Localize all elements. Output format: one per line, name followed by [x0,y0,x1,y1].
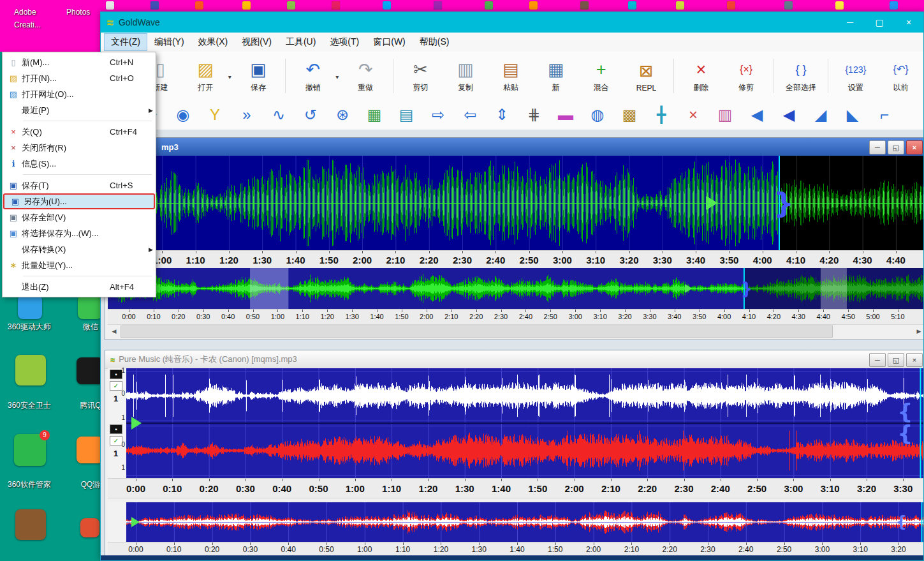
desktop-icon-360-safe[interactable] [15,355,46,385]
minimize-button[interactable]: ─ [835,12,865,33]
effect-speaker-left-icon[interactable]: ◀ [749,106,765,124]
doc2-close-button[interactable]: × [906,353,923,367]
effect-fade-in-icon[interactable]: ◢ [812,106,829,124]
menubar-item[interactable]: 帮助(S) [413,34,456,50]
doc1-restore-button[interactable]: ◱ [888,140,904,154]
menu-item-batch[interactable]: ∗批量处理(Y)... [3,257,156,273]
effect-splitter-icon[interactable]: Y [207,106,223,124]
effect-reverse-icon[interactable]: ↺ [302,106,319,124]
effect-exchange-icon[interactable]: ⇕ [494,106,510,124]
effect-volume-shape-icon[interactable]: ▤ [398,106,414,124]
menu-item-info[interactable]: ℹ信息(S)... [3,156,156,172]
effect-flanger-icon[interactable]: ⊛ [334,106,351,124]
taskbar-app-icon[interactable] [529,1,538,10]
taskbar-app-icon[interactable] [835,1,844,10]
desktop-icon-qq[interactable] [77,357,103,384]
taskbar-app-icon[interactable] [676,1,684,10]
effect-wave-icon[interactable]: ∿ [270,106,287,124]
delete-button[interactable]: ×删除 [682,59,721,93]
taskbar-app-icon[interactable] [890,1,898,10]
document1-titlebar[interactable]: mp3 ─◱× [105,138,923,156]
undo-button[interactable]: ↶撤销 [293,59,332,93]
effect-pipe-icon[interactable]: ◍ [589,106,606,124]
channel1-enable-checkbox[interactable]: ✓ [110,381,122,391]
taskbar-app-icon[interactable] [106,1,114,10]
taskbar-app-icon[interactable] [287,1,295,10]
effect-marker-icon[interactable]: ⌐ [876,106,893,124]
doc1-close-button[interactable]: × [906,140,923,154]
paste-new-button[interactable]: ▦新 [536,59,575,93]
horizontal-scrollbar[interactable]: ◀ ▶ [108,324,923,338]
effect-pump-icon[interactable]: ╋ [653,106,670,124]
app-titlebar[interactable]: ≈ GoldWave ─▢× [101,12,923,33]
paste-button[interactable]: ▤粘贴 [491,59,530,93]
menubar-item[interactable]: 工具(U) [279,34,322,50]
stereo-waveform-overview[interactable] [126,502,923,542]
channel2-enable-checkbox[interactable]: ✓ [110,436,122,445]
effect-mixer-icon[interactable]: ⋕ [525,106,542,124]
trim-button[interactable]: {×}修剪 [727,59,766,93]
doc2-restore-button[interactable]: ◱ [888,353,904,367]
menu-item-save-all[interactable]: ▣保存全部(V) [3,209,156,225]
taskbar-app-icon[interactable] [150,1,159,10]
open-button[interactable]: ▨打开 [186,59,225,93]
channel1-view-button[interactable]: ▪ [110,370,122,379]
taskbar-app-icon[interactable] [434,1,442,10]
channel2-view-button[interactable]: ▪ [110,424,122,434]
select-all-button[interactable]: { }全部选择 [782,59,821,93]
waveform-main-view[interactable] [108,156,923,250]
copy-button[interactable]: ▥复制 [446,59,485,93]
save-button[interactable]: ▣保存 [238,59,277,93]
menu-item-save-as[interactable]: ▣另存为(U)... [3,193,155,209]
desktop-icon-qq-game[interactable] [77,437,103,463]
effect-offset-icon[interactable]: ⇨ [430,106,446,124]
menubar-item[interactable]: 视图(V) [235,34,278,50]
cut-button[interactable]: ✂剪切 [401,59,440,93]
menubar-item[interactable]: 效果(X) [192,34,235,50]
effect-noise-icon[interactable]: ▩ [621,106,638,124]
scroll-right-arrow[interactable]: ▶ [914,326,923,336]
taskbar-app-icon[interactable] [332,1,340,10]
effect-spectrum-icon[interactable]: ▬ [557,106,574,124]
dropdown-arrow-button[interactable]: ▾ [335,72,343,80]
menu-item-exit[interactable]: 退出(Z)Alt+F4 [3,279,156,295]
scroll-thumb[interactable] [121,325,833,338]
effect-arrow-left-icon[interactable]: ⇦ [462,106,478,124]
menu-item-close-all[interactable]: ×关闭所有(R) [3,140,156,156]
desktop-icon-misc[interactable] [80,518,99,537]
desktop-icon-360-manager[interactable]: 9 [14,434,46,466]
desktop-icon-360-driver[interactable] [18,295,42,319]
menubar-item[interactable]: 编辑(Y) [148,34,191,50]
taskbar-app-icon[interactable] [485,1,493,10]
taskbar-app-icon[interactable] [195,1,203,10]
taskbar-app-icon[interactable] [242,1,251,10]
stereo-waveform-view[interactable] [126,368,923,478]
effect-fade-out-icon[interactable]: ◣ [844,106,861,124]
taskbar-app-icon[interactable] [628,1,636,10]
taskbar-app-icon[interactable] [727,1,735,10]
scroll-left-arrow[interactable]: ◀ [109,326,119,336]
waveform-overview[interactable] [108,268,923,309]
taskbar-app-icon[interactable] [580,1,589,10]
previous-button[interactable]: {↶}以前 [881,59,920,93]
effect-noise-reduction-icon[interactable]: × [685,106,701,124]
redo-button[interactable]: ↷重做 [346,59,385,93]
menu-item-save-selection[interactable]: ▣将选择保存为...(W)... [3,225,156,241]
mix-button[interactable]: +混合 [582,59,620,93]
menu-item-close[interactable]: ×关(Q)Ctrl+F4 [3,124,156,140]
menubar-item[interactable]: 选项(T) [323,34,365,50]
effect-doppler-icon[interactable]: » [238,106,255,124]
effect-speaker-boost-icon[interactable]: ◀ [781,106,797,124]
taskbar-app-icon[interactable] [784,1,793,10]
taskbar-app-icon[interactable] [383,1,391,10]
doc2-minimize-button[interactable]: ─ [869,353,886,367]
menu-item-open-url[interactable]: ▨打开网址(O)... [3,86,156,102]
doc1-minimize-button[interactable]: ─ [869,140,886,154]
effect-mechanize-icon[interactable]: ▦ [366,106,383,124]
menu-item-recent[interactable]: 最近(P)▶ [3,102,156,118]
menubar-item[interactable]: 文件(Z) [105,34,147,50]
set-button[interactable]: {123}设置 [836,59,875,93]
replace-button[interactable]: ⊠REPL [627,60,666,93]
effect-eq-icon[interactable]: ▥ [717,106,733,124]
desktop-icon-wechat[interactable] [78,295,102,319]
